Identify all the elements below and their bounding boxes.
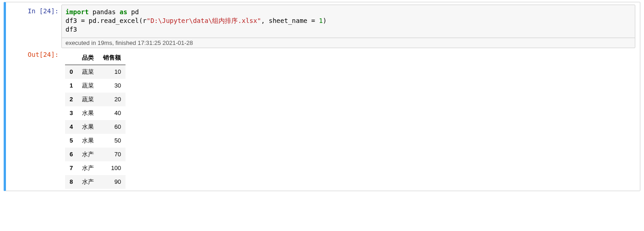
cell-category: 蔬菜: [77, 93, 98, 106]
cell-sales: 20: [98, 93, 126, 106]
cell-sales: 90: [98, 175, 126, 189]
code-line3: df3: [65, 26, 77, 33]
col-header-sales: 销售额: [98, 51, 126, 65]
col-header-category: 品类: [77, 51, 98, 65]
alias-pd: pd: [127, 8, 139, 16]
row-index: 7: [65, 161, 77, 175]
cell-sales: 10: [98, 65, 126, 79]
string-literal: "D:\Jupyter\data\组内排序.xlsx": [147, 17, 261, 24]
code-line2-end: ): [323, 17, 327, 24]
table-row: 4 水果 60: [65, 120, 126, 134]
cell-sales: 40: [98, 106, 126, 120]
keyword-import: import: [65, 8, 89, 16]
table-header: 品类 销售额: [65, 51, 126, 65]
table-body: 0 蔬菜 10 1 蔬菜 30 2 蔬菜 20 3: [65, 65, 126, 189]
cell-category: 水产: [77, 148, 98, 161]
row-index: 8: [65, 175, 77, 189]
code-line2-pre: df3 = pd.read_excel(r: [65, 17, 147, 24]
table-row: 1 蔬菜 30: [65, 79, 126, 93]
cell-category: 水果: [77, 134, 98, 148]
notebook-cell[interactable]: In [24]: import pandas as pd df3 = pd.re…: [4, 2, 640, 191]
table-row: 3 水果 40: [65, 106, 126, 120]
cell-sales: 60: [98, 120, 126, 134]
row-index: 1: [65, 79, 77, 93]
output-body: 品类 销售额 0 蔬菜 10 1 蔬菜 30: [61, 48, 638, 189]
row-index: 2: [65, 93, 77, 106]
input-prompt: In [24]:: [8, 5, 61, 48]
row-index: 3: [65, 106, 77, 120]
cell-category: 水果: [77, 120, 98, 134]
cell-category: 水产: [77, 161, 98, 175]
index-header: [65, 51, 77, 65]
table-row: 0 蔬菜 10: [65, 65, 126, 79]
module-pandas: pandas: [89, 8, 120, 16]
output-prompt: Out[24]:: [8, 48, 61, 189]
row-index: 5: [65, 134, 77, 148]
keyword-as: as: [120, 8, 127, 16]
number-literal: 1: [319, 17, 322, 24]
table-row: 7 水产 100: [65, 161, 126, 175]
cell-category: 蔬菜: [77, 65, 98, 79]
dataframe-table: 品类 销售额 0 蔬菜 10 1 蔬菜 30: [65, 51, 126, 189]
cell-sales: 70: [98, 148, 126, 161]
table-row: 6 水产 70: [65, 148, 126, 161]
cell-sales: 50: [98, 134, 126, 148]
code-block[interactable]: import pandas as pd df3 = pd.read_excel(…: [61, 5, 635, 48]
table-row: 5 水果 50: [65, 134, 126, 148]
cell-category: 水果: [77, 106, 98, 120]
code-line2-mid: , sheet_name =: [261, 17, 319, 24]
table-row: 2 蔬菜 20: [65, 93, 126, 106]
cell-category: 水产: [77, 175, 98, 189]
cell-category: 蔬菜: [77, 79, 98, 93]
cell-sales: 100: [98, 161, 126, 175]
row-index: 4: [65, 120, 77, 134]
output-area: Out[24]: 品类 销售额 0 蔬菜 10: [6, 48, 640, 189]
cell-sales: 30: [98, 79, 126, 93]
row-index: 0: [65, 65, 77, 79]
execution-time: executed in 19ms, finished 17:31:25 2021…: [62, 38, 635, 48]
table-row: 8 水产 90: [65, 175, 126, 189]
row-index: 6: [65, 148, 77, 161]
code-content[interactable]: import pandas as pd df3 = pd.read_excel(…: [62, 5, 635, 37]
input-area: In [24]: import pandas as pd df3 = pd.re…: [6, 2, 640, 48]
